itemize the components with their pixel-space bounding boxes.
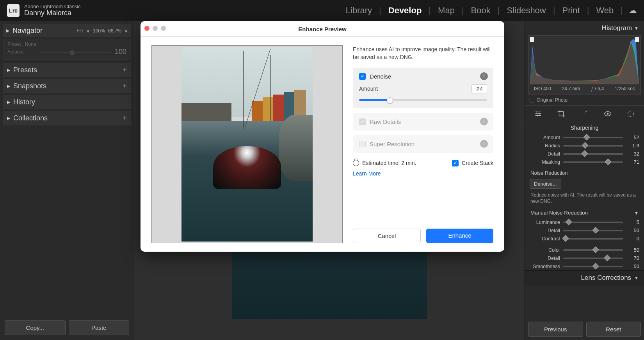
super-resolution-checkbox xyxy=(359,141,366,147)
info-icon[interactable]: i xyxy=(480,72,488,80)
enhance-button[interactable]: Enhance xyxy=(426,229,493,243)
info-icon[interactable]: i xyxy=(480,140,488,148)
enhance-preview-modal: Enhance Preview xyxy=(141,21,504,252)
raw-details-checkbox: ✓ xyxy=(359,118,366,125)
minimize-window-icon[interactable] xyxy=(153,26,158,31)
cancel-button[interactable]: Cancel xyxy=(353,229,421,243)
super-resolution-option: Super Resolution i xyxy=(353,135,493,153)
stopwatch-icon xyxy=(353,160,359,166)
modal-title: Enhance Preview xyxy=(298,26,346,32)
create-stack-option[interactable]: ✓ Create Stack xyxy=(452,160,493,166)
create-stack-label: Create Stack xyxy=(462,160,493,166)
modal-overlay: Enhance Preview xyxy=(0,0,644,340)
denoise-option: ✓ Denoise i Amount 24 xyxy=(353,68,493,108)
window-controls xyxy=(144,26,166,31)
create-stack-checkbox[interactable]: ✓ xyxy=(452,160,459,166)
denoise-checkbox[interactable]: ✓ xyxy=(359,73,366,80)
enhance-preview-image[interactable] xyxy=(151,45,343,243)
amount-value[interactable]: 24 xyxy=(471,84,487,93)
denoise-label: Denoise xyxy=(370,73,391,80)
close-window-icon[interactable] xyxy=(144,26,149,31)
raw-details-option: ✓ Raw Details i xyxy=(353,113,493,131)
learn-more-link[interactable]: Learn More xyxy=(353,170,493,177)
fullscreen-window-icon[interactable] xyxy=(161,26,166,31)
modal-desc: Enhance uses AI to improve image quality… xyxy=(353,45,493,61)
modal-title-bar: Enhance Preview xyxy=(141,21,504,37)
amount-label: Amount xyxy=(359,86,378,92)
info-icon[interactable]: i xyxy=(480,118,488,125)
raw-details-label: Raw Details xyxy=(370,118,401,125)
amount-slider[interactable] xyxy=(359,97,487,103)
super-resolution-label: Super Resolution xyxy=(370,141,415,147)
estimated-time: Estimated time: 2 min. xyxy=(353,160,416,166)
